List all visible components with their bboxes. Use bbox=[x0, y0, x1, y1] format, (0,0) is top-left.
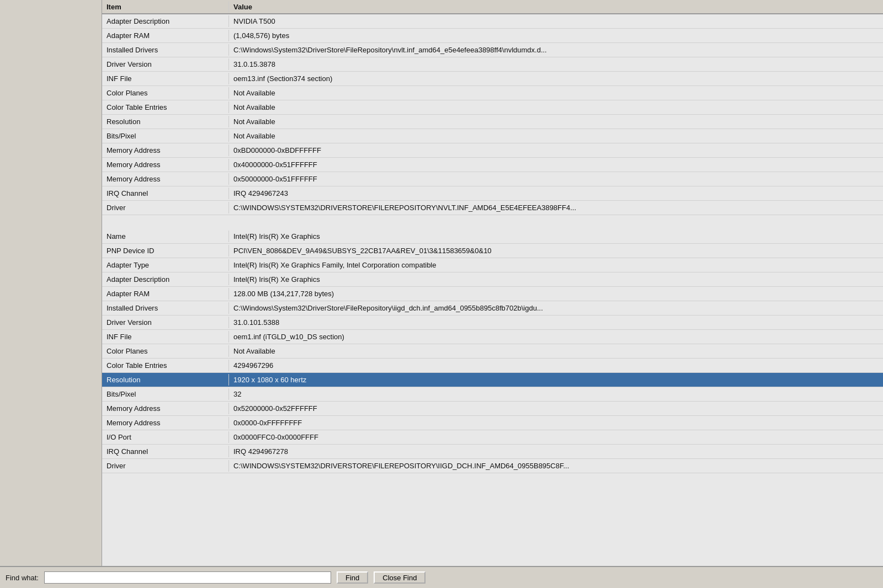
row-value-cell: 1920 x 1080 x 60 hertz bbox=[229, 374, 883, 386]
table-row[interactable]: Installed DriversC:\Windows\System32\Dri… bbox=[102, 301, 883, 316]
row-item-cell: Memory Address bbox=[102, 403, 229, 414]
row-value-cell: 31.0.15.3878 bbox=[229, 58, 883, 70]
row-item-cell: Memory Address bbox=[102, 145, 229, 156]
row-item-cell: Memory Address bbox=[102, 417, 229, 429]
table-row[interactable]: Memory Address0x50000000-0x51FFFFFF bbox=[102, 172, 883, 186]
table-row[interactable]: Driver Version31.0.15.3878 bbox=[102, 57, 883, 72]
table-row[interactable]: Adapter RAM128.00 MB (134,217,728 bytes) bbox=[102, 287, 883, 301]
table-row[interactable]: NameIntel(R) Iris(R) Xe Graphics bbox=[102, 229, 883, 244]
row-value-cell: IRQ 4294967243 bbox=[229, 188, 883, 199]
row-item-cell: Installed Drivers bbox=[102, 44, 229, 56]
row-item-cell: Driver Version bbox=[102, 58, 229, 70]
table-row[interactable]: DriverC:\WINDOWS\SYSTEM32\DRIVERSTORE\FI… bbox=[102, 201, 883, 215]
row-item-cell: INF File bbox=[102, 73, 229, 84]
row-value-cell: C:\WINDOWS\SYSTEM32\DRIVERSTORE\FILEREPO… bbox=[229, 202, 883, 213]
row-value-cell: oem1.inf (iTGLD_w10_DS section) bbox=[229, 331, 883, 343]
table-row[interactable]: Color PlanesNot Available bbox=[102, 86, 883, 100]
row-value-cell: Not Available bbox=[229, 87, 883, 99]
row-value-cell: (1,048,576) bytes bbox=[229, 30, 883, 41]
row-item-cell: Installed Drivers bbox=[102, 302, 229, 314]
table-row[interactable]: INF Fileoem1.inf (iTGLD_w10_DS section) bbox=[102, 330, 883, 344]
table-row[interactable]: Adapter DescriptionIntel(R) Iris(R) Xe G… bbox=[102, 272, 883, 287]
find-button[interactable]: Find bbox=[337, 571, 368, 584]
row-value-cell: Not Available bbox=[229, 116, 883, 127]
row-value-cell: 0xBD000000-0xBDFFFFFF bbox=[229, 145, 883, 156]
row-item-cell: Resolution bbox=[102, 116, 229, 127]
row-item-cell: Color Planes bbox=[102, 345, 229, 357]
row-value-cell: NVIDIA T500 bbox=[229, 15, 883, 27]
row-item-cell: INF File bbox=[102, 331, 229, 343]
table-row[interactable]: Adapter DescriptionNVIDIA T500 bbox=[102, 14, 883, 29]
row-item-cell: Driver bbox=[102, 460, 229, 472]
row-value-cell: 0x52000000-0x52FFFFFF bbox=[229, 403, 883, 414]
row-item-cell: Color Table Entries bbox=[102, 101, 229, 113]
row-item-cell: Color Table Entries bbox=[102, 360, 229, 371]
table-row[interactable]: IRQ ChannelIRQ 4294967278 bbox=[102, 445, 883, 459]
table-row[interactable]: Color Table Entries4294967296 bbox=[102, 359, 883, 373]
table-row[interactable]: I/O Port0x0000FFC0-0x0000FFFF bbox=[102, 430, 883, 445]
row-item-cell: Color Planes bbox=[102, 87, 229, 99]
table-row[interactable]: Adapter RAM(1,048,576) bytes bbox=[102, 29, 883, 43]
row-value-cell: Intel(R) Iris(R) Xe Graphics Family, Int… bbox=[229, 259, 883, 271]
row-item-cell: Bits/Pixel bbox=[102, 388, 229, 400]
table-row[interactable]: Adapter TypeIntel(R) Iris(R) Xe Graphics… bbox=[102, 258, 883, 272]
table-row[interactable]: Color PlanesNot Available bbox=[102, 344, 883, 359]
left-sidebar bbox=[0, 0, 102, 566]
row-item-cell: Adapter Description bbox=[102, 274, 229, 285]
row-item-cell: IRQ Channel bbox=[102, 188, 229, 199]
find-bar: Find what: Find Close Find bbox=[0, 566, 883, 588]
row-value-cell: Value bbox=[229, 1, 883, 13]
row-value-cell: 32 bbox=[229, 388, 883, 400]
row-item-cell: Resolution bbox=[102, 374, 229, 386]
table-row[interactable]: IRQ ChannelIRQ 4294967243 bbox=[102, 186, 883, 201]
table-row[interactable]: Bits/Pixel32 bbox=[102, 387, 883, 402]
table-row[interactable]: Memory Address0xBD000000-0xBDFFFFFF bbox=[102, 143, 883, 158]
row-value-cell: 31.0.101.5388 bbox=[229, 317, 883, 328]
row-item-cell: PNP Device ID bbox=[102, 245, 229, 256]
table-row[interactable]: Driver Version31.0.101.5388 bbox=[102, 316, 883, 330]
row-value-cell: 0x50000000-0x51FFFFFF bbox=[229, 173, 883, 185]
table-row[interactable]: DriverC:\WINDOWS\SYSTEM32\DRIVERSTORE\FI… bbox=[102, 459, 883, 473]
table-row[interactable]: Bits/PixelNot Available bbox=[102, 129, 883, 143]
table-row[interactable]: Memory Address0x52000000-0x52FFFFFF bbox=[102, 402, 883, 416]
find-input[interactable] bbox=[44, 571, 331, 584]
table-row[interactable]: ResolutionNot Available bbox=[102, 115, 883, 129]
row-item-cell: Adapter RAM bbox=[102, 288, 229, 300]
table-row[interactable]: Resolution1920 x 1080 x 60 hertz bbox=[102, 373, 883, 387]
row-value-cell: Intel(R) Iris(R) Xe Graphics bbox=[229, 274, 883, 285]
row-item-cell: IRQ Channel bbox=[102, 446, 229, 457]
table-row[interactable]: Color Table EntriesNot Available bbox=[102, 100, 883, 115]
row-item-cell: Name bbox=[102, 231, 229, 242]
row-value-cell: 4294967296 bbox=[229, 360, 883, 371]
row-value-cell: 0x40000000-0x51FFFFFF bbox=[229, 159, 883, 170]
row-value-cell: IRQ 4294967278 bbox=[229, 446, 883, 457]
row-item-cell: Memory Address bbox=[102, 173, 229, 185]
close-find-button[interactable]: Close Find bbox=[374, 571, 425, 584]
table-row bbox=[102, 215, 883, 229]
row-value-cell: PCI\VEN_8086&DEV_9A49&SUBSYS_22CB17AA&RE… bbox=[229, 245, 883, 256]
row-item-cell: Adapter Type bbox=[102, 259, 229, 271]
table-row[interactable]: Installed DriversC:\Windows\System32\Dri… bbox=[102, 43, 883, 57]
table-row[interactable]: Memory Address0x40000000-0x51FFFFFF bbox=[102, 158, 883, 172]
main-area: ItemValueAdapter DescriptionNVIDIA T500A… bbox=[0, 0, 883, 566]
row-value-cell: Not Available bbox=[229, 101, 883, 113]
row-item-cell: Adapter Description bbox=[102, 15, 229, 27]
row-value-cell: 0x0000-0xFFFFFFFF bbox=[229, 417, 883, 429]
row-value-cell: Not Available bbox=[229, 130, 883, 142]
row-item-cell: Driver Version bbox=[102, 317, 229, 328]
data-table: ItemValueAdapter DescriptionNVIDIA T500A… bbox=[102, 0, 883, 473]
row-item-cell: Adapter RAM bbox=[102, 30, 229, 41]
row-value-cell: C:\Windows\System32\DriverStore\FileRepo… bbox=[229, 44, 883, 56]
row-value-cell: 128.00 MB (134,217,728 bytes) bbox=[229, 288, 883, 300]
row-item-cell: Driver bbox=[102, 202, 229, 213]
table-row[interactable]: ItemValue bbox=[102, 0, 883, 14]
row-value-cell: oem13.inf (Section374 section) bbox=[229, 73, 883, 84]
table-row[interactable]: INF Fileoem13.inf (Section374 section) bbox=[102, 72, 883, 86]
find-label: Find what: bbox=[6, 574, 39, 582]
row-item-cell: I/O Port bbox=[102, 431, 229, 443]
row-value-cell: Not Available bbox=[229, 345, 883, 357]
table-row[interactable]: PNP Device IDPCI\VEN_8086&DEV_9A49&SUBSY… bbox=[102, 244, 883, 258]
content-panel[interactable]: ItemValueAdapter DescriptionNVIDIA T500A… bbox=[102, 0, 883, 566]
table-row[interactable]: Memory Address0x0000-0xFFFFFFFF bbox=[102, 416, 883, 430]
row-value-cell: C:\WINDOWS\SYSTEM32\DRIVERSTORE\FILEREPO… bbox=[229, 460, 883, 472]
